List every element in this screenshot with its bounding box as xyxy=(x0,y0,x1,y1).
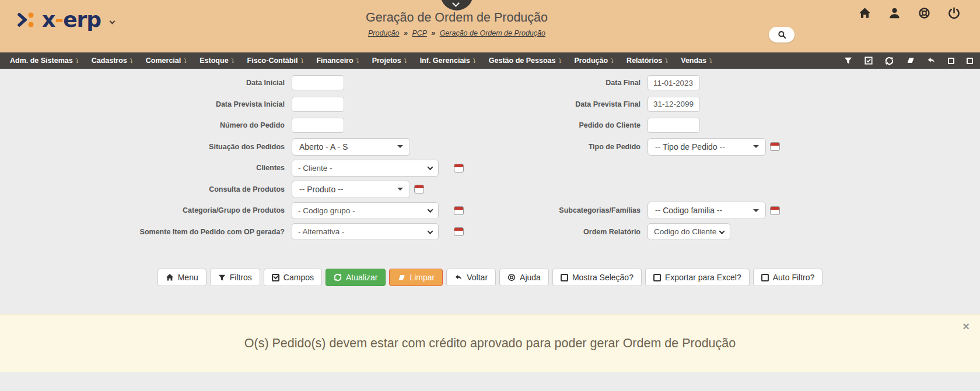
undo-icon xyxy=(454,274,463,281)
menubar-tools xyxy=(844,57,973,65)
help-lifering-icon[interactable] xyxy=(918,7,930,19)
field-label-clientes: Clientes xyxy=(0,164,292,172)
calendar-lookup-icon[interactable] xyxy=(770,206,780,215)
submenu-arrow-icon xyxy=(611,57,614,65)
form-row: Somente Item do Pedido com OP gerada? - … xyxy=(0,221,980,243)
submenu-arrow-icon xyxy=(473,57,476,65)
numero-do-pedido-input[interactable] xyxy=(292,118,344,133)
data-inicial-input[interactable] xyxy=(292,75,344,90)
form-row: Consulta de Produtos -- Produto -- xyxy=(0,179,980,200)
menu-relatorios[interactable]: Relatórios xyxy=(620,52,674,69)
submenu-arrow-icon xyxy=(130,57,133,65)
menu-adm-de-sistemas[interactable]: Adm. de Sistemas xyxy=(4,52,85,69)
categoria-grupo-select[interactable]: - Codigo grupo - xyxy=(292,202,439,219)
pedido-do-cliente-input[interactable] xyxy=(648,118,700,133)
subcategorias-familias-dropdown[interactable]: -- Codigo familia -- xyxy=(648,202,766,219)
ordem-relatorio-select[interactable]: Codigo do Cliente xyxy=(648,223,730,240)
campos-button[interactable]: Campos xyxy=(264,269,322,286)
consulta-de-produtos-dropdown[interactable]: -- Produto -- xyxy=(292,181,410,198)
menu-cadastros[interactable]: Cadastros xyxy=(85,52,139,69)
calendar-lookup-icon[interactable] xyxy=(454,227,464,236)
chevron-down-icon xyxy=(452,0,460,7)
field-label-subcategorias-familias: Subcategorias/Famílias xyxy=(490,206,648,214)
filter-icon xyxy=(218,274,226,281)
header-actions xyxy=(859,7,960,19)
field-label-consulta-de-produtos: Consulta de Produtos xyxy=(0,185,292,193)
limpar-button[interactable]: Limpar xyxy=(389,269,443,286)
close-icon[interactable]: × xyxy=(963,320,970,332)
breadcrumb-link-pcp[interactable]: PCP xyxy=(412,29,426,37)
warning-message: O(s) Pedido(s) devem estar com crédito a… xyxy=(244,336,736,351)
menu-inf-gerenciais[interactable]: Inf. Gerenciais xyxy=(414,52,482,69)
user-icon[interactable] xyxy=(888,7,901,19)
voltar-button[interactable]: Voltar xyxy=(446,269,496,286)
breadcrumb-separator: » xyxy=(429,29,438,37)
menu-estoque[interactable]: Estoque xyxy=(193,52,240,69)
select-chevron-icon xyxy=(428,207,433,213)
tipo-de-pedido-dropdown[interactable]: -- Tipo de Pedido -- xyxy=(648,138,766,156)
dropdown-caret-icon xyxy=(397,188,403,191)
form-row: Número do Pedido Pedido do Cliente xyxy=(0,115,980,136)
submenu-arrow-icon xyxy=(558,57,561,65)
calendar-lookup-icon[interactable] xyxy=(770,142,780,151)
checkbox-empty-icon xyxy=(761,274,769,281)
menu-financeiro[interactable]: Financeiro xyxy=(310,52,365,69)
data-prevista-final-input[interactable] xyxy=(648,97,700,112)
mostra-selecao-button[interactable]: Mostra Seleção? xyxy=(552,269,642,286)
main-menubar: Adm. de Sistemas Cadastros Comercial Est… xyxy=(0,52,980,69)
calendar-lookup-icon[interactable] xyxy=(454,164,464,172)
calendar-lookup-icon[interactable] xyxy=(414,185,424,193)
data-prevista-inicial-input[interactable] xyxy=(292,97,344,112)
data-final-input[interactable] xyxy=(648,75,700,90)
breadcrumb-link-producao[interactable]: Produção xyxy=(368,29,400,37)
search-button[interactable] xyxy=(769,27,794,43)
somente-item-op-gerada-select[interactable]: - Alternativa - xyxy=(292,223,439,240)
breadcrumb-link-current[interactable]: Geração de Ordem de Produção xyxy=(440,29,545,37)
form-row: Data Inicial Data Final xyxy=(0,72,980,94)
field-label-situacao-dos-pedidos: Situação dos Pedidos xyxy=(0,143,292,151)
power-logout-icon[interactable] xyxy=(948,7,960,19)
refresh-icon xyxy=(334,273,342,281)
breadcrumb-separator: » xyxy=(401,29,410,37)
submenu-arrow-icon xyxy=(709,57,712,65)
submenu-arrow-icon xyxy=(404,57,407,65)
field-label-data-prevista-final: Data Prevista Final xyxy=(490,100,648,108)
submenu-arrow-icon xyxy=(76,57,79,65)
clientes-select[interactable]: - Cliente - xyxy=(292,160,439,177)
eraser-icon[interactable] xyxy=(906,57,915,65)
eraser-icon xyxy=(397,274,405,281)
form-row: Situação dos Pedidos Aberto - A - S Tipo… xyxy=(0,136,980,158)
search-icon xyxy=(778,30,786,39)
menu-gestao-de-pessoas[interactable]: Gestão de Pessoas xyxy=(482,52,568,69)
exportar-para-excel-button[interactable]: Exportar para Excel? xyxy=(645,269,750,286)
warning-banner: O(s) Pedido(s) devem estar com crédito a… xyxy=(0,314,980,372)
submenu-arrow-icon xyxy=(356,57,359,65)
submenu-arrow-icon xyxy=(232,57,235,65)
menu-comercial[interactable]: Comercial xyxy=(139,52,193,69)
filter-form: Data Inicial Data Final Data Prevista In… xyxy=(0,69,980,372)
field-label-data-inicial: Data Inicial xyxy=(0,79,292,87)
fields-checkbox-icon[interactable] xyxy=(864,57,873,65)
menu-vendas[interactable]: Vendas xyxy=(674,52,719,69)
header: x-erp Geração de Ordem de Produção Produ… xyxy=(0,0,980,52)
atualizar-button[interactable]: Atualizar xyxy=(326,269,386,286)
refresh-icon[interactable] xyxy=(885,57,894,65)
menu-producao[interactable]: Produção xyxy=(568,52,620,69)
ajuda-button[interactable]: Ajuda xyxy=(499,269,549,286)
situacao-dos-pedidos-dropdown[interactable]: Aberto - A - S xyxy=(292,138,410,156)
menu-fisco-contabil[interactable]: Fisco-Contábil xyxy=(241,52,310,69)
window-restore-icon[interactable] xyxy=(948,58,954,64)
menu-button[interactable]: Menu xyxy=(158,269,206,286)
home-icon[interactable] xyxy=(859,7,871,19)
dropdown-caret-icon xyxy=(397,145,403,148)
undo-icon[interactable] xyxy=(927,57,936,65)
menu-projetos[interactable]: Projetos xyxy=(366,52,414,69)
filtros-button[interactable]: Filtros xyxy=(210,269,260,286)
auto-filtro-button[interactable]: Auto Filtro? xyxy=(753,269,823,286)
field-label-data-prevista-inicial: Data Prevista Inicial xyxy=(0,100,292,108)
filter-icon[interactable] xyxy=(844,57,852,65)
submenu-arrow-icon xyxy=(665,57,668,65)
window-maximize-icon[interactable] xyxy=(967,58,973,64)
calendar-lookup-icon[interactable] xyxy=(454,206,464,215)
field-label-data-final: Data Final xyxy=(490,79,648,87)
